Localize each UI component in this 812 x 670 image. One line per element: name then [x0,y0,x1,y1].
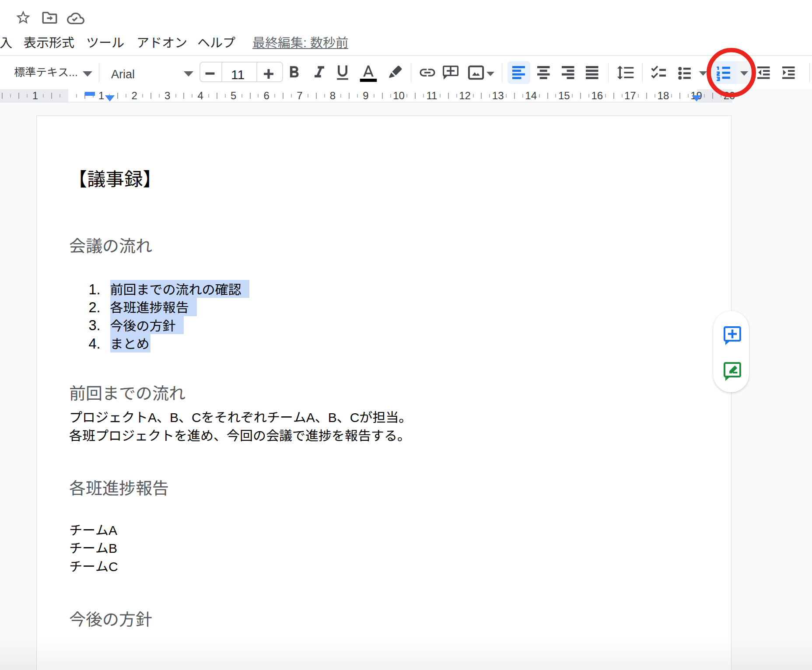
ruler-tick [555,94,556,98]
paragraph-style-select[interactable]: 標準テキス... [14,63,78,81]
menu-addons[interactable]: アドオン [136,34,187,52]
ruler-tick [638,94,639,98]
doc-paragraph-line[interactable]: 各班プロジェクトを進め、今回の会議で進捗を報告する。 [69,427,410,445]
toolbar: 標準テキス... Arial 11 [0,56,812,89]
menu-insert[interactable]: 入 [0,34,12,52]
ruler-tick [704,94,705,98]
align-right-button[interactable] [562,66,575,79]
first-line-indent-marker[interactable] [85,92,95,96]
ruler-tick [2,93,3,99]
list-item-text[interactable]: 前回までの流れの確認 [110,281,242,299]
ruler-tick [258,94,259,98]
doc-paragraph-line[interactable]: プロジェクトA、B、CをそれぞれチームA、B、Cが担当。 [69,408,412,426]
indent-decrease-button[interactable] [757,66,770,80]
align-left-button[interactable] [512,66,525,79]
indent-increase-button[interactable] [782,66,795,80]
list-number: 4. [74,335,101,353]
insert-image-caret-icon[interactable] [486,72,494,76]
font-size-increase-button[interactable] [263,68,274,80]
ruler-tick [481,93,482,99]
suggest-edits-side-button[interactable] [724,362,741,381]
paragraph-style-caret-icon[interactable] [83,71,92,77]
ruler-tick [242,94,242,98]
doc-team-line[interactable]: チームB [69,539,117,557]
align-center-button[interactable] [537,66,550,79]
doc-team-line[interactable]: チームA [69,521,117,539]
font-name-caret-icon[interactable] [184,71,193,77]
doc-heading-previous-flow[interactable]: 前回までの流れ [69,383,186,405]
ruler-tick [217,93,217,99]
ruler-tick [18,93,19,99]
right-indent-marker[interactable] [692,95,701,101]
highlight-color-button[interactable] [387,65,403,79]
menu-help[interactable]: ヘルプ [197,34,235,52]
ruler-number: 11 [427,89,438,102]
align-justify-button[interactable] [586,66,599,79]
ruler-tick [539,94,540,98]
ruler-tick [721,94,721,98]
ruler-tick [588,94,589,98]
italic-button[interactable] [310,63,329,82]
ruler-number: 3 [164,89,170,102]
ruler-tick [27,94,28,98]
ruler[interactable]: 11234567891011121314151617181920 [0,89,812,102]
ruler-tick [192,94,192,98]
list-item-text[interactable]: 今後の方針 [110,317,176,335]
insert-image-button[interactable] [466,63,486,82]
ruler-tick [10,94,11,98]
ruler-tick [580,93,581,99]
ruler-tick [117,93,118,99]
doc-heading-meeting-flow[interactable]: 会議の流れ [69,235,152,257]
doc-team-line[interactable]: チームC [69,558,118,576]
font-size-decrease-button[interactable] [205,72,215,76]
left-indent-marker[interactable] [105,95,115,101]
ruler-tick [349,93,350,99]
menubar: 入 表示形式 ツール アドオン ヘルプ 最終編集: 数秒前 [0,29,812,56]
ruler-tick [679,93,680,99]
add-comment-side-button[interactable] [724,326,741,345]
ruler-tick [423,94,424,98]
menu-format[interactable]: 表示形式 [24,34,74,52]
font-name-select[interactable]: Arial [111,66,135,83]
toolbar-separator [809,63,810,82]
doc-title[interactable]: 【議事録】 [69,168,162,191]
font-size-value[interactable]: 11 [231,66,245,84]
ruler-tick [605,94,606,98]
checklist-button[interactable] [651,66,667,80]
toolbar-separator [411,63,411,82]
ruler-tick [374,94,374,98]
underline-button[interactable] [333,63,352,82]
bulleted-list-caret-icon[interactable] [699,71,707,76]
ruler-tick [51,93,52,99]
ruler-number: 9 [363,89,368,102]
font-size-box-divider [221,63,222,81]
list-number: 3. [74,317,101,335]
line-spacing-button[interactable] [616,63,635,82]
bulleted-list-button[interactable] [676,65,692,81]
doc-heading-progress-report[interactable]: 各班進捗報告 [69,478,169,499]
folder-move-icon[interactable] [42,11,58,24]
ruler-number: 4 [198,89,203,102]
text-color-button[interactable] [359,64,378,83]
add-comment-button[interactable] [443,66,458,80]
numbered-list-button[interactable] [716,65,732,82]
ruler-tick [76,94,77,98]
list-item-text[interactable]: まとめ [110,335,150,353]
list-item-text[interactable]: 各班進捗報告 [110,299,189,317]
doc-heading-future-policy[interactable]: 今後の方針 [69,609,152,631]
ruler-number: 1 [32,89,38,102]
bold-button[interactable] [284,63,304,82]
page[interactable]: 【議事録】 会議の流れ 1. 前回までの流れの確認 2. 各班進捗報告 3. 今… [37,116,731,670]
ruler-tick [522,94,523,98]
ruler-tick [274,94,275,98]
ruler-tick [283,93,284,99]
ruler-tick [489,94,490,98]
cloud-done-icon [67,10,84,27]
star-outline-icon[interactable] [15,9,32,26]
ruler-tick [448,93,449,99]
insert-link-button[interactable] [418,63,437,82]
last-edit-link[interactable]: 最終編集: 数秒前 [252,34,348,52]
menu-tools[interactable]: ツール [86,34,124,52]
numbered-list-caret-icon[interactable] [740,71,748,76]
ruler-tick [654,94,655,98]
